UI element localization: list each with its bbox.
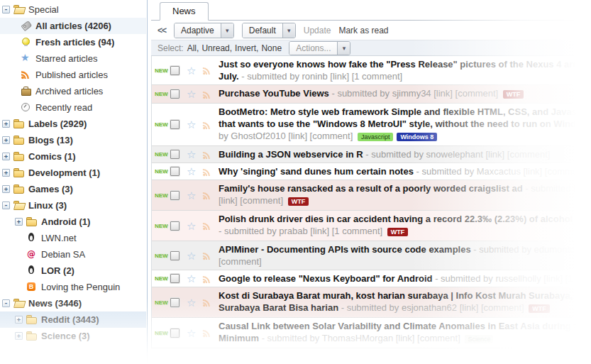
article-title[interactable]: Family's house ransacked as a result of … xyxy=(219,183,525,194)
tree-expander-icon[interactable]: + xyxy=(2,169,10,177)
article-tag-badge[interactable]: WTF xyxy=(503,90,524,99)
rss-icon[interactable] xyxy=(202,167,212,177)
sidebar-item-comics-1[interactable]: + Comics (1) xyxy=(0,148,146,165)
tree-expander-icon[interactable]: + xyxy=(2,136,10,144)
article-title[interactable]: Polish drunk driver dies in car accident… xyxy=(219,214,591,224)
sidebar-item-blogs-13[interactable]: + Blogs (13) xyxy=(0,132,146,148)
star-icon[interactable]: ☆ xyxy=(187,166,199,177)
article-title[interactable]: Purchase YouTube Views xyxy=(219,88,331,99)
tree-expander-icon[interactable]: - xyxy=(2,6,10,13)
article-row[interactable]: NEW ☆ Kost di Surabaya Barat murah, kost… xyxy=(152,287,591,318)
article-row[interactable]: NEW ☆ Purchase YouTube Views - submitted… xyxy=(152,85,591,104)
article-checkbox[interactable] xyxy=(170,66,179,75)
article-checkbox[interactable] xyxy=(170,298,179,307)
rss-icon[interactable] xyxy=(202,190,212,200)
article-checkbox[interactable] xyxy=(170,221,179,231)
update-button[interactable]: Update xyxy=(304,26,331,35)
select-unread-link[interactable]: Unread xyxy=(201,43,229,53)
sidebar-item-reddit-3443[interactable]: + Reddit (3443) xyxy=(0,311,146,328)
article-row[interactable]: NEW ☆ APIMiner - Documenting APIs with s… xyxy=(152,241,591,270)
rss-icon[interactable] xyxy=(202,89,212,99)
tree-expander-icon[interactable]: + xyxy=(15,316,23,324)
sidebar-item-science-3[interactable]: + Science (3) xyxy=(0,328,146,344)
article-tag-badge[interactable]: WTF xyxy=(529,304,550,313)
article-row[interactable]: NEW ☆ Why 'singing' sand dunes hum certa… xyxy=(152,163,591,180)
article-row[interactable]: NEW ☆ Polish drunk driver dies in car ac… xyxy=(152,211,591,241)
article-title[interactable]: Why 'singing' sand dunes hum certain not… xyxy=(219,166,416,177)
star-icon[interactable]: ☆ xyxy=(187,297,199,308)
select-all-link[interactable]: All xyxy=(187,43,197,53)
article-title[interactable]: APIMiner - Documenting APIs with source … xyxy=(219,244,473,255)
mark-as-read-button[interactable]: Mark as read xyxy=(338,26,388,35)
article-checkbox[interactable] xyxy=(170,251,179,260)
tree-expander-icon[interactable]: + xyxy=(15,218,23,226)
article-title[interactable]: Building a JSON webservice in R xyxy=(219,149,365,160)
star-icon[interactable]: ☆ xyxy=(187,119,199,130)
star-icon[interactable]: ☆ xyxy=(187,190,199,201)
tree-expander-icon[interactable]: + xyxy=(15,332,23,340)
article-checkbox[interactable] xyxy=(170,150,179,159)
tree-expander-icon[interactable]: + xyxy=(2,153,10,160)
select-none-link[interactable]: None xyxy=(261,43,282,53)
tree-expander-icon[interactable]: - xyxy=(2,202,10,209)
article-tag-badge[interactable]: Science xyxy=(465,335,493,343)
sidebar-item-development-1[interactable]: + Development (1) xyxy=(0,165,146,181)
star-icon[interactable]: ☆ xyxy=(187,221,199,231)
article-title[interactable]: Causal Link between Solar Variability an… xyxy=(219,321,591,331)
star-icon[interactable]: ☆ xyxy=(187,250,199,261)
article-checkbox[interactable] xyxy=(170,274,179,283)
star-icon[interactable]: ☆ xyxy=(187,149,199,160)
chevron-down-icon[interactable]: ▾ xyxy=(282,23,295,38)
select-invert-link[interactable]: Invert xyxy=(235,43,256,53)
article-checkbox[interactable] xyxy=(170,167,179,176)
article-title[interactable]: that wants to use the "Windows 8 MetroUI… xyxy=(219,118,589,129)
article-row[interactable]: NEW ☆ Just so everyone knows how fake th… xyxy=(152,56,591,85)
article-tag-badge[interactable]: WTF xyxy=(387,228,409,236)
article-checkbox[interactable] xyxy=(170,191,179,200)
article-title[interactable]: Kost di Surabaya Barat murah, kost haria… xyxy=(219,290,591,301)
article-title[interactable]: July. xyxy=(219,71,241,82)
view-mode-select[interactable]: Adaptive ▾ xyxy=(174,23,234,38)
article-checkbox[interactable] xyxy=(170,89,179,99)
article-title[interactable]: Google to release "Nexus Keyboard" for A… xyxy=(219,273,435,284)
sidebar-item-news-3446[interactable]: - News (3446) xyxy=(0,295,146,311)
article-checkbox[interactable] xyxy=(170,329,179,338)
sidebar-item-lor-2[interactable]: LOR (2) xyxy=(0,263,146,279)
article-title[interactable]: Just so everyone knows how fake the "Pre… xyxy=(219,59,589,70)
tree-expander-icon[interactable]: + xyxy=(2,120,10,128)
collapse-sidebar-button[interactable]: << xyxy=(158,26,166,35)
sidebar-item-games-3[interactable]: + Games (3) xyxy=(0,181,146,197)
star-icon[interactable]: ☆ xyxy=(187,273,199,284)
article-tag-badge[interactable]: Javascript xyxy=(358,133,394,141)
sidebar-item-loving-the-penguin[interactable]: Loving the Penguin xyxy=(0,279,146,295)
tree-expander-icon[interactable]: + xyxy=(2,185,10,193)
sidebar-splitter[interactable] xyxy=(147,0,148,364)
sidebar-item-archived-articles[interactable]: Archived articles xyxy=(0,83,146,99)
article-row[interactable]: NEW ☆ Google to release "Nexus Keyboard"… xyxy=(152,270,591,287)
sidebar-item-lwn-net[interactable]: LWN.net xyxy=(0,230,146,246)
sidebar-item-debian-sa[interactable]: Debian SA xyxy=(0,246,146,263)
rss-icon[interactable] xyxy=(202,65,212,75)
rss-icon[interactable] xyxy=(202,221,212,231)
rss-icon[interactable] xyxy=(202,328,212,338)
article-checkbox[interactable] xyxy=(170,120,179,129)
tab-news[interactable]: News xyxy=(160,2,209,21)
sidebar-item-recently-read[interactable]: Recently read xyxy=(0,99,146,116)
article-row[interactable]: NEW ☆ Causal Link between Solar Variabil… xyxy=(152,318,591,348)
sidebar-item-starred-articles[interactable]: Starred articles xyxy=(0,50,146,67)
sidebar-item-special[interactable]: - Special xyxy=(0,1,146,18)
article-row[interactable]: NEW ☆ BootMetro: Metro style web framewo… xyxy=(152,104,591,146)
article-row[interactable]: NEW ☆ Family's house ransacked as a resu… xyxy=(152,180,591,211)
rss-icon[interactable] xyxy=(202,120,212,130)
sidebar-item-labels-2929[interactable]: + Labels (2929) xyxy=(0,116,146,132)
article-tag-badge[interactable]: Windows 8 xyxy=(397,133,437,141)
sidebar-item-linux-3[interactable]: - Linux (3) xyxy=(0,197,146,214)
rss-icon[interactable] xyxy=(202,274,212,284)
article-title[interactable]: Surabaya Barat Bisa harian xyxy=(219,302,341,313)
sidebar-item-published-articles[interactable]: Published articles xyxy=(0,67,146,83)
star-icon[interactable]: ☆ xyxy=(187,65,199,76)
sort-order-select[interactable]: Default ▾ xyxy=(242,23,296,38)
article-tag-badge[interactable]: WTF xyxy=(288,197,309,206)
tree-expander-icon[interactable]: - xyxy=(2,299,10,307)
star-icon[interactable]: ☆ xyxy=(187,328,199,338)
